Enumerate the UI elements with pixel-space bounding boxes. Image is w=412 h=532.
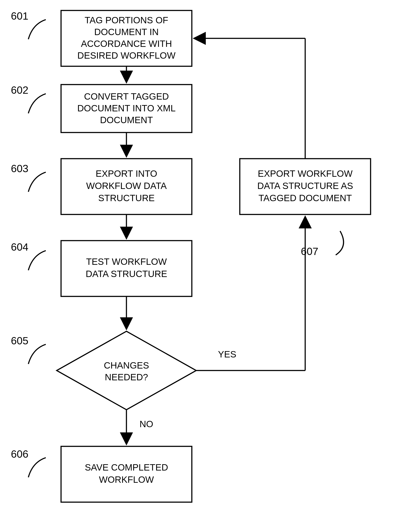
b602-line0: CONVERT TAGGED xyxy=(84,91,169,102)
label-601: 601 xyxy=(11,10,28,22)
svg-text:TAG PORTIONS OF: TAG PORTIONS OF xyxy=(85,15,168,25)
b605-line0: CHANGES xyxy=(104,360,149,370)
b604-line1: DATA STRUCTURE xyxy=(86,269,167,279)
svg-text:DOCUMENT IN: DOCUMENT IN xyxy=(94,27,159,37)
b601-line0: TAG PORTIONS OF xyxy=(85,15,168,25)
process-607: EXPORT WORKFLOW DATA STRUCTURE AS TAGGED… xyxy=(240,159,371,214)
svg-text:CONVERT TAGGED: CONVERT TAGGED xyxy=(84,91,169,102)
process-601: TAG PORTIONS OF DOCUMENT IN ACCORDANCE W… xyxy=(61,10,192,66)
callout-602 xyxy=(28,94,46,113)
b603-line0: EXPORT INTO xyxy=(96,169,157,179)
process-602: CONVERT TAGGED DOCUMENT INTO XML DOCUMEN… xyxy=(61,85,192,133)
svg-text:STRUCTURE: STRUCTURE xyxy=(98,193,155,203)
label-605: 605 xyxy=(11,335,28,347)
svg-text:ACCORDANCE WITH: ACCORDANCE WITH xyxy=(81,38,172,49)
b607-line1: DATA STRUCTURE AS xyxy=(257,181,353,191)
process-603: EXPORT INTO WORKFLOW DATA STRUCTURE xyxy=(61,159,192,214)
svg-text:TEST WORKFLOW: TEST WORKFLOW xyxy=(86,256,167,267)
b601-line3: DESIRED WORKFLOW xyxy=(77,50,176,61)
process-606: SAVE COMPLETED WORKFLOW xyxy=(61,446,192,502)
svg-rect-19 xyxy=(61,446,192,502)
b607-line0: EXPORT WORKFLOW xyxy=(258,169,353,179)
b603-line2: STRUCTURE xyxy=(98,193,155,203)
callout-604 xyxy=(28,251,46,270)
b601-line2: ACCORDANCE WITH xyxy=(81,38,172,49)
b603-line1: WORKFLOW DATA xyxy=(86,181,167,191)
label-606: 606 xyxy=(11,448,28,460)
decision-605: CHANGES NEEDED? xyxy=(57,331,196,410)
edge-no-label: NO xyxy=(140,419,153,429)
callout-601 xyxy=(28,20,46,39)
b607-line2: TAGGED DOCUMENT xyxy=(259,193,352,203)
b602-line2: DOCUMENT xyxy=(100,115,153,125)
svg-text:DOCUMENT INTO XML: DOCUMENT INTO XML xyxy=(77,103,175,113)
b601-line1: DOCUMENT IN xyxy=(94,27,159,37)
callout-607 xyxy=(336,231,344,255)
svg-text:DESIRED WORKFLOW: DESIRED WORKFLOW xyxy=(77,50,176,61)
svg-text:TAGGED DOCUMENT: TAGGED DOCUMENT xyxy=(259,193,352,203)
svg-text:DATA STRUCTURE AS: DATA STRUCTURE AS xyxy=(257,181,353,191)
edge-yes-label: YES xyxy=(218,349,236,359)
svg-text:EXPORT INTO: EXPORT INTO xyxy=(96,169,157,179)
callout-605 xyxy=(28,344,46,364)
svg-text:EXPORT WORKFLOW: EXPORT WORKFLOW xyxy=(258,169,353,179)
svg-text:CHANGES: CHANGES xyxy=(104,360,149,370)
b606-line1: WORKFLOW xyxy=(99,475,154,485)
callout-603 xyxy=(28,172,46,192)
svg-text:WORKFLOW DATA: WORKFLOW DATA xyxy=(86,181,167,191)
svg-text:SAVE COMPLETED: SAVE COMPLETED xyxy=(85,462,168,473)
b606-line0: SAVE COMPLETED xyxy=(85,462,168,473)
svg-text:NEEDED?: NEEDED? xyxy=(105,372,148,382)
svg-text:DOCUMENT: DOCUMENT xyxy=(100,115,153,125)
label-603: 603 xyxy=(11,163,28,174)
process-604: TEST WORKFLOW DATA STRUCTURE xyxy=(61,241,192,296)
b605-line1: NEEDED? xyxy=(105,372,148,382)
svg-text:DATA STRUCTURE: DATA STRUCTURE xyxy=(86,269,167,279)
b604-line0: TEST WORKFLOW xyxy=(86,256,167,267)
callout-606 xyxy=(28,458,46,477)
label-607: 607 xyxy=(301,246,318,257)
label-604: 604 xyxy=(11,241,28,253)
svg-rect-13 xyxy=(61,241,192,296)
svg-text:WORKFLOW: WORKFLOW xyxy=(99,475,154,485)
label-602: 602 xyxy=(11,84,28,96)
b602-line1: DOCUMENT INTO XML xyxy=(77,103,175,113)
flowchart-diagram: TAG PORTIONS OF DOCUMENT IN ACCORDANCE W… xyxy=(0,0,412,532)
